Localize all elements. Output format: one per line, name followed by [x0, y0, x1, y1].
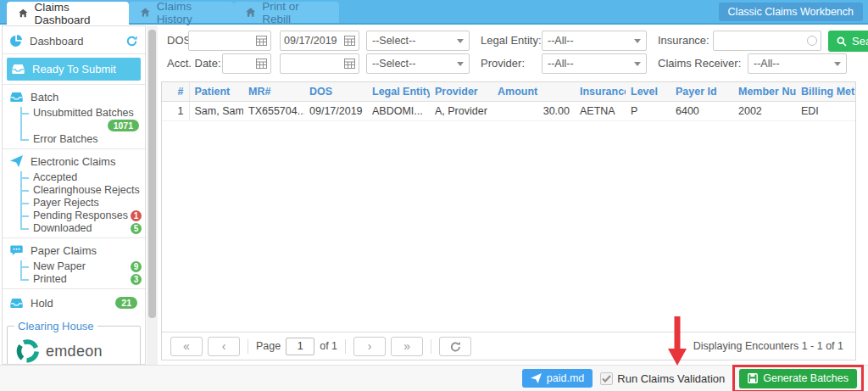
insurance-field[interactable] — [713, 31, 821, 51]
refresh-grid-button[interactable] — [439, 337, 471, 356]
dos-to-field[interactable] — [280, 31, 359, 51]
legal-entity-label: Legal Entity: — [481, 31, 542, 51]
col-dos[interactable]: DOS — [304, 82, 367, 102]
col-provider[interactable]: Provider — [430, 82, 492, 102]
run-claims-validation-group: Run Claims Validation — [600, 372, 725, 385]
next-page-button[interactable]: › — [353, 337, 386, 356]
dos-from-input[interactable] — [189, 32, 256, 49]
sidebar-item-label: Batch — [31, 91, 137, 103]
cell-level: P — [626, 102, 670, 121]
col-legal-entity[interactable]: Legal Entity — [367, 82, 430, 102]
clearing-house-panel: Clearing House emdeon — [7, 320, 141, 365]
cell-member-number: 2002 — [733, 102, 796, 121]
sidebar-item-downloaded[interactable]: Downloaded 5 — [20, 222, 145, 235]
table-row[interactable]: 1 Sam, Samp TX655704... 09/17/2019 ABDOM… — [162, 102, 855, 121]
last-page-button[interactable]: » — [391, 337, 423, 356]
run-claims-validation-checkbox[interactable] — [600, 372, 613, 385]
acct-date-label: Acct. Date: — [167, 53, 221, 74]
search-button[interactable]: Search — [828, 31, 868, 52]
sidebar-item-label: Printed — [33, 273, 131, 286]
sidebar-item-printed[interactable]: Printed 3 — [20, 273, 145, 286]
emdeon-logo: emdeon — [14, 334, 133, 363]
sidebar-item-accepted[interactable]: Accepted — [20, 171, 145, 184]
sidebar-item-label: Paper Claims — [31, 244, 137, 257]
filter-panel: DOS: --Select-- Legal Entity: --All-- In… — [160, 25, 868, 80]
sidebar-item-paper-claims[interactable]: Paper Claims — [3, 241, 145, 260]
tab-label: Print or Rebill — [262, 0, 327, 25]
col-amount[interactable]: Amount — [492, 82, 575, 102]
divider — [3, 84, 145, 85]
calendar-icon[interactable] — [256, 36, 267, 46]
table-header-row: # Patient MR# DOS Legal Entity Provider … — [162, 82, 855, 102]
sidebar-item-ready-to-submit[interactable]: Ready To Submit — [7, 58, 141, 81]
divider — [3, 148, 145, 149]
cell-mr: TX655704... — [243, 102, 304, 121]
col-mr[interactable]: MR# — [243, 82, 304, 102]
pagination-bar: « ‹ Page of 1 › » Displaying Encounters … — [162, 332, 855, 360]
sidebar-item-electronic-claims[interactable]: Electronic Claims — [3, 152, 145, 170]
cell-dos-link[interactable]: 09/17/2019 — [304, 102, 367, 121]
col-payer-id[interactable]: Payer Id — [670, 82, 733, 102]
acct-status-select[interactable]: --Select-- — [366, 53, 470, 74]
calendar-icon[interactable] — [344, 36, 355, 46]
chat-icon — [10, 245, 23, 256]
provider-select[interactable]: --All-- — [542, 53, 647, 74]
sidebar-item-label: Payer Rejects — [33, 197, 145, 209]
search-icon — [837, 36, 847, 47]
sidebar-item-label: Electronic Claims — [31, 155, 137, 168]
encounters-table: # Patient MR# DOS Legal Entity Provider … — [162, 82, 855, 121]
claims-receiver-select[interactable]: --All-- — [748, 53, 847, 74]
col-patient[interactable]: Patient — [189, 82, 243, 102]
prev-page-button[interactable]: ‹ — [208, 337, 240, 356]
refresh-icon — [450, 341, 461, 352]
sidebar-item-unsubmitted-batches[interactable]: Unsubmitted Batches — [20, 107, 145, 120]
classic-claims-workbench-button[interactable]: Classic Claims Workbench — [719, 3, 863, 21]
clearing-house-label: Clearing House — [14, 320, 97, 332]
sidebar-item-label: Unsubmitted Batches — [33, 107, 145, 120]
sidebar-scrollbar[interactable] — [147, 25, 158, 365]
dos-status-select[interactable]: --Select-- — [366, 31, 470, 51]
tab-claims-dashboard[interactable]: Claims Dashboard — [7, 2, 129, 25]
cell-provider: A, Provider — [430, 102, 492, 121]
sidebar-item-new-paper[interactable]: New Paper 9 — [20, 260, 145, 273]
dos-from-field[interactable] — [188, 31, 271, 51]
insurance-input[interactable] — [714, 32, 807, 49]
paidmd-button[interactable]: paid.md — [522, 369, 593, 388]
page-number-input[interactable] — [286, 338, 314, 355]
page-of-label: of 1 — [320, 340, 337, 352]
calendar-icon[interactable] — [344, 59, 355, 69]
first-page-button[interactable]: « — [170, 337, 203, 356]
chevron-down-icon — [634, 39, 641, 43]
insurance-label: Insurance: — [658, 31, 709, 51]
sidebar-item-batch[interactable]: Batch — [3, 87, 145, 106]
calendar-icon[interactable] — [256, 59, 267, 69]
annotation-highlight-box: Generate Batches — [732, 365, 864, 391]
cell-amount: 30.00 — [492, 102, 575, 121]
sidebar-item-dashboard[interactable]: Dashboard — [3, 31, 145, 51]
sidebar-item-hold[interactable]: Hold 21 — [3, 292, 145, 314]
sidebar-item-clearinghouse-rejects[interactable]: Clearinghouse Rejects — [20, 184, 145, 197]
scrollbar-thumb[interactable] — [148, 30, 156, 318]
sidebar-item-error-batches[interactable]: Error Batches — [20, 133, 145, 146]
dos-to-input[interactable] — [281, 32, 344, 49]
acct-to-field[interactable] — [280, 53, 359, 74]
acct-to-input[interactable] — [281, 55, 344, 72]
sidebar-item-payer-rejects[interactable]: Payer Rejects — [20, 197, 145, 209]
tab-claims-history[interactable]: Claims History — [129, 2, 234, 23]
refresh-icon[interactable] — [126, 36, 137, 47]
cell-patient-link[interactable]: Sam, Samp — [189, 102, 243, 121]
legal-entity-select[interactable]: --All-- — [542, 31, 647, 51]
sidebar-item-pending-responses[interactable]: Pending Responses 1 — [20, 209, 145, 222]
select-value: --All-- — [754, 58, 834, 70]
col-insurance[interactable]: Insurance — [575, 82, 626, 102]
col-level[interactable]: Level — [626, 82, 670, 102]
batch-subitems: Unsubmitted Batches 1071 Error Batches — [20, 107, 145, 146]
col-num[interactable]: # — [162, 82, 189, 102]
col-member-number[interactable]: Member Nu... — [733, 82, 796, 102]
acct-from-field[interactable] — [222, 53, 271, 74]
tab-print-or-rebill[interactable]: Print or Rebill — [234, 2, 339, 23]
acct-from-input[interactable] — [223, 55, 256, 72]
col-billing-method[interactable]: Billing Meth... — [796, 82, 855, 102]
clear-circle-icon[interactable] — [807, 36, 817, 46]
generate-batches-button[interactable]: Generate Batches — [739, 369, 857, 388]
